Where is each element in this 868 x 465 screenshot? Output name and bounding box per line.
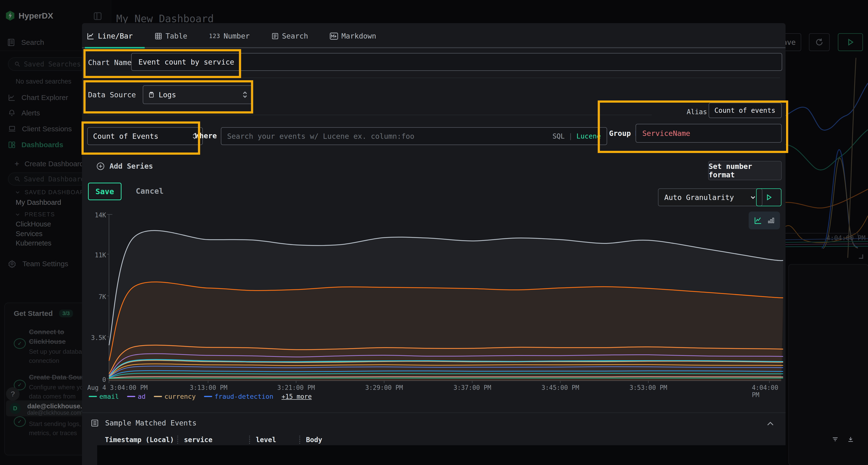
events-table-body[interactable] [97, 445, 785, 465]
column-separator[interactable] [177, 436, 178, 444]
x-tick-label: 3:29:00 PM [365, 384, 403, 391]
event-list-icon [91, 419, 99, 427]
tab-search[interactable]: Search [272, 32, 308, 40]
column-separator[interactable] [299, 436, 300, 444]
chart-run-button[interactable] [756, 189, 781, 206]
legend-swatch [204, 396, 212, 397]
play-icon [765, 194, 773, 201]
tab-table[interactable]: Table [155, 32, 187, 40]
add-series-button[interactable]: Add Series [96, 162, 153, 170]
legend-swatch [127, 396, 135, 397]
chevron-down-icon [750, 194, 756, 200]
legend-item[interactable]: fraud-detection [204, 393, 273, 400]
lucene-toggle[interactable]: Lucene [577, 132, 601, 140]
section-divider [88, 115, 652, 115]
number-123-icon: 123 [209, 33, 220, 39]
x-tick-label: 3:21:00 PM [277, 384, 315, 391]
y-tick-label: 7K [84, 293, 106, 300]
sample-events-header[interactable]: Sample Matched Events [91, 419, 196, 427]
events-table-header: Timestamp (Local) service level Body [105, 436, 322, 444]
y-tick-label: 11K [84, 252, 106, 259]
column-header[interactable]: Body [306, 436, 322, 444]
where-input[interactable]: Search your events w/ Lucene ex. column:… [221, 127, 607, 145]
where-placeholder: Search your events w/ Lucene ex. column:… [227, 132, 414, 140]
chart-legend: email ad currency fraud-detection +15 mo… [89, 393, 312, 400]
timeseries-chart[interactable] [107, 214, 783, 384]
legend-swatch [89, 396, 97, 397]
column-header[interactable]: Timestamp (Local) [105, 436, 177, 444]
table-icon [155, 32, 162, 40]
y-tick-label: 14K [84, 211, 106, 219]
sql-toggle[interactable]: SQL [552, 132, 565, 140]
highlight-chart-name [84, 49, 241, 78]
legend-item[interactable]: currency [154, 393, 196, 400]
collapse-chevron-icon[interactable] [767, 421, 774, 427]
y-tick-label: 3.5K [84, 334, 106, 341]
cancel-button[interactable]: Cancel [136, 187, 164, 196]
highlight-alias-group-by [598, 100, 788, 153]
set-number-format-button[interactable]: Set number format [708, 161, 782, 180]
tab-number[interactable]: 123 Number [209, 32, 250, 40]
highlight-aggregation [82, 122, 200, 155]
x-tick-label: 4:04:00 PM [752, 384, 778, 399]
highlight-data-source [84, 80, 253, 113]
download-icon[interactable] [847, 436, 854, 443]
legend-item[interactable]: ad [127, 393, 146, 400]
list-icon [272, 33, 279, 40]
tab-line-bar[interactable]: Line/Bar [87, 32, 133, 40]
column-header[interactable]: service [184, 436, 249, 444]
legend-more-link[interactable]: +15 more [282, 393, 312, 400]
x-tick-label: 3:37:00 PM [454, 384, 491, 391]
column-header[interactable]: level [256, 436, 299, 444]
tab-markdown[interactable]: Markdown [330, 32, 376, 40]
x-tick-label: 3:53:00 PM [629, 384, 668, 391]
legend-swatch [154, 396, 162, 397]
line-chart-icon [87, 32, 94, 40]
x-tick-label: 3:13:00 PM [190, 384, 227, 391]
y-tick-label: 0 [84, 376, 106, 383]
granularity-select[interactable]: Auto Granularity [658, 189, 763, 206]
markdown-icon [330, 33, 338, 40]
x-tick-label: Aug 4 3:04:00 PM [87, 384, 148, 391]
section-divider [82, 412, 785, 413]
tabs-underline [82, 47, 785, 48]
active-tab-indicator [85, 47, 145, 48]
column-separator[interactable] [249, 436, 250, 444]
plus-circle-icon [96, 162, 105, 170]
legend-item[interactable]: email [89, 393, 119, 400]
filter-lines-icon[interactable] [831, 436, 839, 443]
x-tick-label: 3:45:00 PM [541, 384, 579, 391]
table-header-tools [831, 436, 854, 443]
save-button[interactable]: Save [88, 182, 122, 200]
